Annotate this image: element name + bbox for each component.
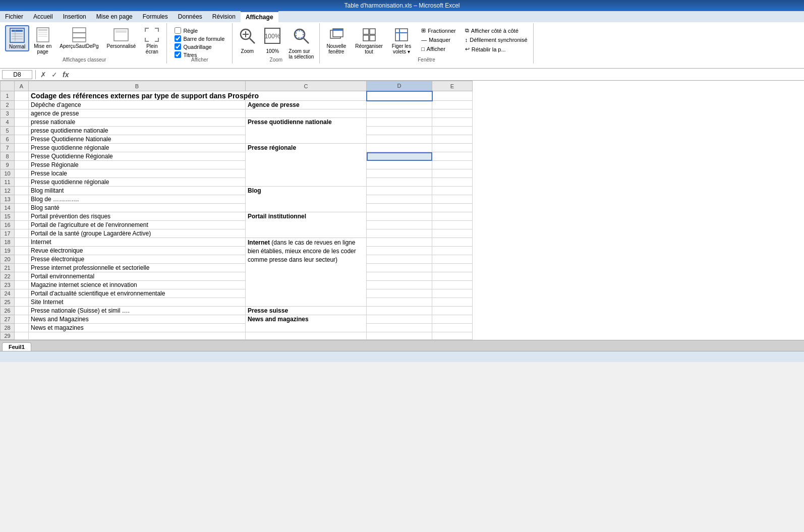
cell-a3[interactable] (15, 109, 29, 118)
cell-a12[interactable] (15, 187, 29, 195)
menu-formules[interactable]: Formules (138, 11, 173, 22)
col-header-a[interactable]: A (15, 81, 29, 91)
cell-c3[interactable] (246, 109, 367, 118)
cell-b6[interactable]: Presse Quotidienne Nationale (29, 135, 246, 144)
cell-reference-input[interactable] (2, 70, 32, 79)
sheet-tab-feuil1[interactable]: Feuil1 (2, 342, 31, 351)
cell-b15[interactable]: Portail prévention des risques (29, 212, 246, 221)
cell-b13[interactable]: Blog de …………. (29, 195, 246, 204)
cell-e26[interactable] (432, 307, 473, 315)
afficher-button[interactable]: □ Afficher (419, 45, 458, 53)
cell-c18[interactable]: Internet (dans le cas de revues en ligne… (246, 238, 367, 307)
cell-e3[interactable] (432, 109, 473, 118)
cell-d25[interactable] (367, 298, 432, 307)
cell-e15[interactable] (432, 212, 473, 221)
cell-d29[interactable] (367, 332, 432, 340)
menu-donnees[interactable]: Données (173, 11, 207, 22)
cell-b2[interactable]: Dépêche d'agence (29, 101, 246, 109)
cell-d6[interactable] (367, 135, 432, 144)
cell-e8[interactable] (432, 152, 473, 161)
cell-e12[interactable] (432, 187, 473, 195)
checkbox-regle[interactable]: Règle (175, 27, 224, 34)
figer-volets-button[interactable]: Figer lesvolets ▾ (388, 25, 415, 56)
cell-d13[interactable] (367, 195, 432, 204)
checkbox-barre-formule[interactable]: Barre de formule (175, 35, 224, 42)
cell-e4[interactable] (432, 118, 473, 127)
view-apercu-button[interactable]: AperçuSautDePg (56, 25, 102, 50)
cell-d28[interactable] (367, 324, 432, 332)
cell-e6[interactable] (432, 135, 473, 144)
cell-e28[interactable] (432, 324, 473, 332)
cell-e11[interactable] (432, 178, 473, 187)
cell-a17[interactable] (15, 229, 29, 238)
cell-d3[interactable] (367, 109, 432, 118)
cell-b12[interactable]: Blog militant (29, 187, 246, 195)
cell-a6[interactable] (15, 135, 29, 144)
col-header-e[interactable]: E (432, 81, 473, 91)
cell-d14[interactable] (367, 204, 432, 212)
cell-e10[interactable] (432, 169, 473, 178)
cell-e9[interactable] (432, 161, 473, 169)
menu-accueil[interactable]: Accueil (28, 11, 58, 22)
cancel-formula-icon[interactable]: ✗ (39, 71, 48, 79)
cell-e29[interactable] (432, 332, 473, 340)
cell-a23[interactable] (15, 281, 29, 289)
cell-c7[interactable]: Presse régionale (246, 144, 367, 187)
cell-b22[interactable]: Portail environnemental (29, 272, 246, 281)
cell-d9[interactable] (367, 161, 432, 169)
cell-b21[interactable]: Presse internet professionnelle et secto… (29, 264, 246, 272)
menu-insertion[interactable]: Insertion (58, 11, 91, 22)
cell-e20[interactable] (432, 255, 473, 264)
cell-e5[interactable] (432, 127, 473, 135)
cell-e16[interactable] (432, 221, 473, 229)
cell-b28[interactable]: News et magazines (29, 324, 246, 332)
cell-a16[interactable] (15, 221, 29, 229)
col-header-c[interactable]: C (246, 81, 367, 91)
cell-e14[interactable] (432, 204, 473, 212)
cell-a1[interactable] (15, 91, 29, 101)
cell-e24[interactable] (432, 289, 473, 298)
cell-d5[interactable] (367, 127, 432, 135)
cell-b10[interactable]: Presse locale (29, 169, 246, 178)
cell-b8[interactable]: Presse Quotidienne Régionale (29, 152, 246, 161)
cell-b5[interactable]: presse quotidienne nationale (29, 127, 246, 135)
cell-e27[interactable] (432, 315, 473, 324)
cell-a19[interactable] (15, 247, 29, 255)
col-header-d[interactable]: D (367, 81, 432, 91)
cell-b26[interactable]: Presse nationale (Suisse) et simil …. (29, 307, 246, 315)
cell-d17[interactable] (367, 229, 432, 238)
cell-d23[interactable] (367, 281, 432, 289)
cell-e23[interactable] (432, 281, 473, 289)
cell-a5[interactable] (15, 127, 29, 135)
cell-a14[interactable] (15, 204, 29, 212)
cell-b18[interactable]: Internet (29, 238, 246, 247)
cell-b4[interactable]: presse nationale (29, 118, 246, 127)
zoom-100-button[interactable]: 100% 100% (261, 25, 284, 55)
cell-e25[interactable] (432, 298, 473, 307)
cell-d20[interactable] (367, 255, 432, 264)
zoom-selection-button[interactable]: Zoom surla sélection (286, 25, 316, 61)
cell-a10[interactable] (15, 169, 29, 178)
cell-a7[interactable] (15, 144, 29, 152)
cell-d21[interactable] (367, 264, 432, 272)
cell-c4[interactable]: Presse quotidienne nationale (246, 118, 367, 144)
cell-a27[interactable] (15, 315, 29, 324)
cell-a21[interactable] (15, 264, 29, 272)
cell-e19[interactable] (432, 247, 473, 255)
cell-b29[interactable] (29, 332, 246, 340)
cell-b24[interactable]: Portail d'actualité scientifique et envi… (29, 289, 246, 298)
zoom-button[interactable]: Zoom (236, 25, 259, 55)
cell-e2[interactable] (432, 101, 473, 109)
fractionner-button[interactable]: ⊞ Fractionner (419, 26, 458, 35)
cell-a8[interactable] (15, 152, 29, 161)
cell-b25[interactable]: Site Internet (29, 298, 246, 307)
cell-b7[interactable]: Presse quotidienne régionale (29, 144, 246, 152)
cell-a22[interactable] (15, 272, 29, 281)
formula-input[interactable] (72, 71, 802, 78)
cell-d18[interactable] (367, 238, 432, 247)
cell-b11[interactable]: Presse quotidienne régionale (29, 178, 246, 187)
cell-b23[interactable]: Magazine internet science et innovation (29, 281, 246, 289)
cell-e7[interactable] (432, 144, 473, 152)
menu-affichage[interactable]: Affichage (241, 11, 278, 22)
cell-a26[interactable] (15, 307, 29, 315)
